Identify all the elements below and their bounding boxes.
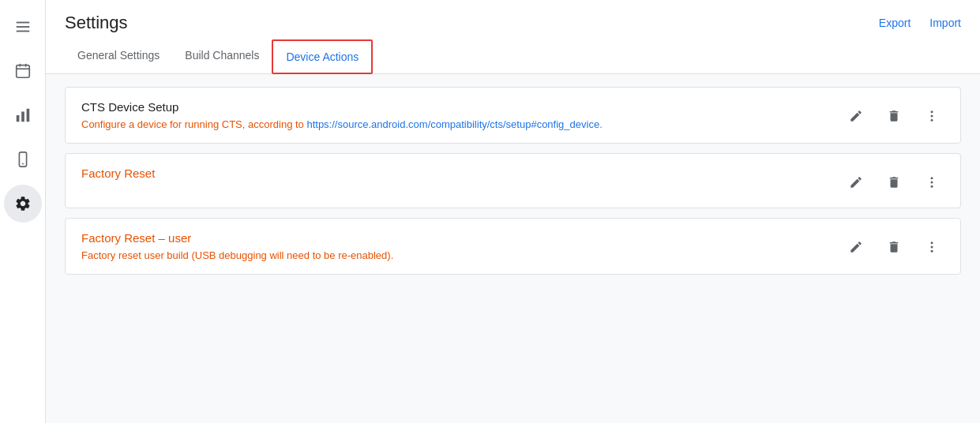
page-title: Settings: [65, 13, 128, 33]
svg-point-13: [931, 115, 933, 118]
more-button[interactable]: [919, 234, 944, 260]
tab-bar: General Settings Build Channels Device A…: [46, 39, 980, 74]
svg-point-19: [931, 246, 933, 249]
action-controls: [843, 100, 944, 129]
svg-point-14: [931, 119, 933, 122]
svg-rect-0: [16, 22, 29, 24]
sidebar-item-settings[interactable]: [4, 185, 42, 223]
action-description: Factory reset user build (USB debugging …: [81, 249, 843, 261]
svg-point-17: [931, 185, 933, 188]
chart-icon: [14, 107, 32, 124]
action-card-body: CTS Device Setup Configure a device for …: [81, 100, 843, 130]
svg-point-20: [931, 250, 933, 253]
sidebar: [0, 0, 46, 423]
delete-button[interactable]: [881, 234, 907, 260]
more-button[interactable]: [919, 103, 944, 129]
action-card-body: Factory Reset: [81, 167, 843, 185]
main-content: Settings Export Import General Settings …: [46, 0, 980, 423]
action-title: CTS Device Setup: [81, 100, 843, 114]
svg-rect-10: [19, 152, 26, 167]
action-card-cts-device-setup: CTS Device Setup Configure a device for …: [65, 87, 961, 144]
export-button[interactable]: Export: [879, 17, 911, 29]
tab-general-settings[interactable]: General Settings: [65, 39, 172, 74]
svg-rect-7: [16, 115, 19, 122]
action-title: Factory Reset – user: [81, 231, 843, 245]
header-actions: Export Import: [879, 17, 961, 29]
tab-device-actions[interactable]: Device Actions: [272, 39, 373, 74]
action-controls: [843, 231, 944, 260]
import-button[interactable]: Import: [929, 17, 961, 29]
svg-rect-9: [26, 109, 29, 122]
delete-button[interactable]: [881, 103, 907, 129]
action-card-factory-reset: Factory Reset: [65, 153, 961, 208]
svg-point-15: [931, 177, 933, 179]
edit-button[interactable]: [843, 170, 869, 195]
phone-icon: [14, 151, 32, 168]
tab-build-channels[interactable]: Build Channels: [172, 39, 272, 74]
sidebar-item-list[interactable]: [4, 8, 42, 46]
sidebar-item-chart[interactable]: [4, 96, 42, 134]
list-icon: [14, 18, 32, 36]
svg-rect-2: [16, 31, 29, 32]
page-header: Settings Export Import: [46, 0, 980, 33]
action-description: Configure a device for running CTS, acco…: [81, 118, 843, 130]
calendar-icon: [14, 62, 32, 80]
svg-point-12: [931, 110, 933, 113]
svg-rect-1: [16, 26, 29, 28]
action-link[interactable]: https://source.android.com/compatibility…: [306, 118, 599, 130]
sidebar-item-calendar[interactable]: [4, 52, 42, 90]
svg-point-18: [931, 241, 933, 244]
action-controls: [843, 167, 944, 195]
svg-point-16: [931, 182, 933, 184]
sidebar-item-phone[interactable]: [4, 140, 42, 178]
delete-button[interactable]: [881, 170, 907, 195]
svg-rect-8: [21, 111, 24, 122]
svg-point-11: [22, 163, 24, 165]
settings-icon: [14, 195, 32, 212]
content-area: CTS Device Setup Configure a device for …: [46, 74, 980, 423]
svg-rect-3: [16, 66, 29, 78]
action-card-factory-reset-user: Factory Reset – user Factory reset user …: [65, 218, 961, 275]
action-title: Factory Reset: [81, 167, 843, 180]
action-card-body: Factory Reset – user Factory reset user …: [81, 231, 843, 261]
more-button[interactable]: [919, 170, 944, 195]
edit-button[interactable]: [843, 234, 869, 260]
edit-button[interactable]: [843, 103, 869, 129]
